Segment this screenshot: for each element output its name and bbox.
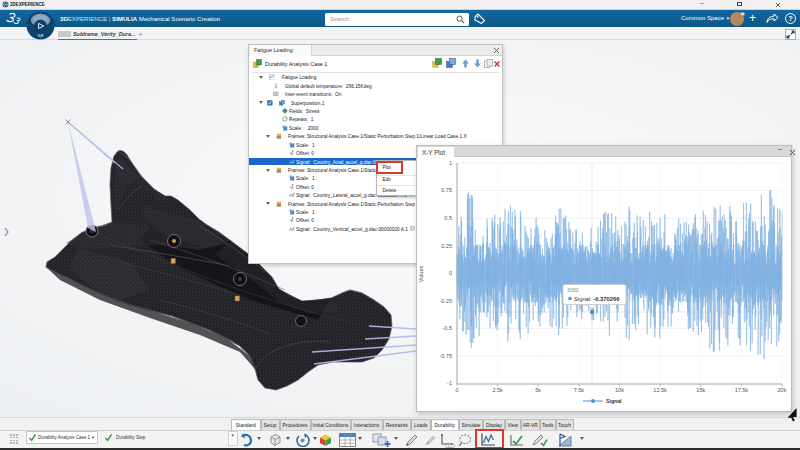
svg-text:-0.25: -0.25 (439, 298, 452, 304)
svg-text:0: 0 (455, 387, 458, 393)
svg-text:-0.75: -0.75 (439, 353, 452, 359)
svg-text:0: 0 (449, 270, 452, 276)
svg-text:V.R: V.R (38, 34, 44, 38)
svg-text:5k: 5k (535, 387, 541, 393)
svg-text:0.75: 0.75 (441, 187, 452, 193)
svg-text:20k: 20k (778, 387, 787, 393)
svg-text:10k: 10k (615, 387, 624, 393)
svg-text:0.25: 0.25 (441, 243, 452, 249)
svg-text:Signal: Signal (606, 398, 622, 404)
svg-text:Values: Values (418, 266, 424, 283)
svg-text:-0.5: -0.5 (443, 325, 452, 331)
svg-text:7.5k: 7.5k (574, 387, 585, 393)
svg-text:15k: 15k (696, 387, 705, 393)
svg-text:12.5k: 12.5k (653, 387, 667, 393)
svg-text:0.5: 0.5 (444, 215, 452, 221)
svg-text:8382: 8382 (568, 287, 579, 293)
svg-text:1: 1 (449, 160, 452, 166)
svg-text:Signal: -0.370266: Signal: -0.370266 (574, 296, 620, 302)
svg-text:2.5k: 2.5k (492, 387, 503, 393)
svg-text:17.5k: 17.5k (735, 387, 749, 393)
svg-text:-1: -1 (447, 380, 452, 386)
